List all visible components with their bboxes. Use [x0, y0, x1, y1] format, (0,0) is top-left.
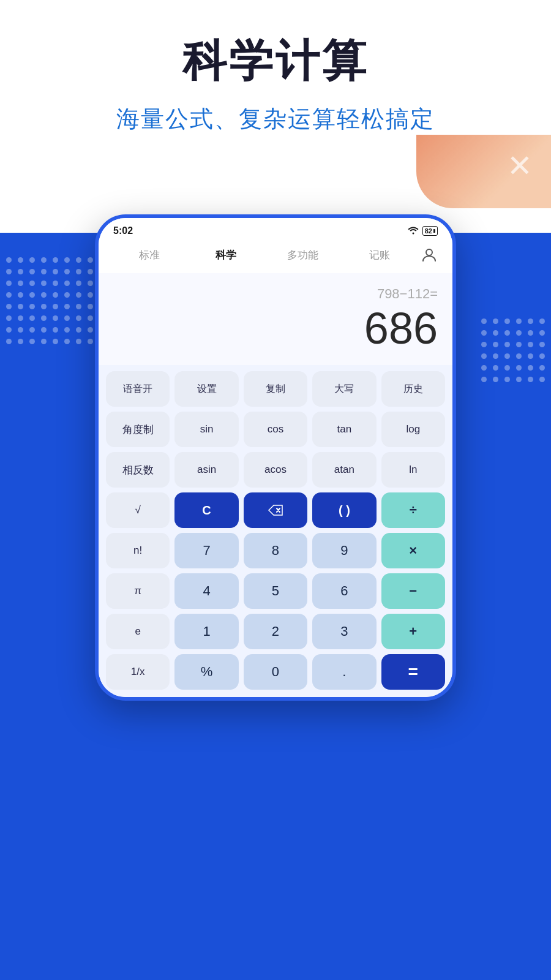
btn-log[interactable]: log [381, 412, 445, 447]
btn-acos[interactable]: acos [244, 452, 307, 488]
btn-ln[interactable]: ln [381, 452, 445, 488]
page-title: 科学计算 [0, 37, 551, 85]
btn-add[interactable]: + [381, 614, 445, 649]
svg-point-0 [426, 249, 432, 255]
btn-reciprocal[interactable]: 1/x [106, 654, 170, 690]
btn-multiply[interactable]: × [381, 533, 445, 568]
profile-button[interactable] [418, 244, 440, 266]
btn-copy[interactable]: 复制 [244, 371, 307, 407]
battery-indicator: 82 [422, 226, 438, 236]
button-grid: 语音开 设置 复制 大写 历史 角度制 sin cos tan log 相反数 … [99, 365, 452, 697]
btn-divide[interactable]: ÷ [381, 492, 445, 528]
tab-standard[interactable]: 标准 [111, 244, 188, 266]
status-time: 5:02 [113, 225, 133, 236]
result-display: 686 [364, 304, 438, 353]
btn-clear[interactable]: C [174, 492, 238, 528]
btn-2[interactable]: 2 [244, 614, 307, 649]
btn-6[interactable]: 6 [312, 573, 376, 609]
btn-settings[interactable]: 设置 [174, 371, 238, 407]
btn-9[interactable]: 9 [312, 533, 376, 568]
btn-atan[interactable]: atan [312, 452, 376, 488]
dot-decoration-left [6, 257, 93, 350]
nav-tabs: 标准 科学 多功能 记账 [99, 241, 452, 273]
status-bar: 5:02 82 [99, 218, 452, 241]
btn-history[interactable]: 历史 [381, 371, 445, 407]
expression-display: 798−112= [377, 286, 438, 302]
btn-voice[interactable]: 语音开 [106, 371, 170, 407]
tab-accounting[interactable]: 记账 [342, 244, 419, 266]
btn-euler[interactable]: e [106, 614, 170, 649]
btn-factorial[interactable]: n! [106, 533, 170, 568]
btn-1[interactable]: 1 [174, 614, 238, 649]
tab-science[interactable]: 科学 [188, 244, 265, 266]
btn-sin[interactable]: sin [174, 412, 238, 447]
btn-cos[interactable]: cos [244, 412, 307, 447]
phone-mockup: 5:02 82 [95, 214, 456, 701]
btn-backspace[interactable] [244, 492, 307, 528]
btn-subtract[interactable]: − [381, 573, 445, 609]
btn-sqrt[interactable]: √ [106, 492, 170, 528]
btn-3[interactable]: 3 [312, 614, 376, 649]
btn-equals[interactable]: = [381, 654, 445, 690]
display-area: 798−112= 686 [99, 273, 452, 365]
btn-percent[interactable]: % [174, 654, 238, 690]
btn-caps[interactable]: 大写 [312, 371, 376, 407]
btn-pi[interactable]: π [106, 573, 170, 609]
wifi-icon [408, 226, 419, 236]
status-icons: 82 [408, 226, 438, 236]
btn-0[interactable]: 0 [244, 654, 307, 690]
btn-5[interactable]: 5 [244, 573, 307, 609]
btn-negate[interactable]: 相反数 [106, 452, 170, 488]
tab-multifunction[interactable]: 多功能 [264, 244, 342, 266]
btn-tan[interactable]: tan [312, 412, 376, 447]
page-subtitle: 海量公式、复杂运算轻松搞定 [0, 104, 551, 135]
btn-parens[interactable]: ( ) [312, 492, 376, 528]
dot-decoration-right [481, 318, 545, 388]
btn-dot[interactable]: . [312, 654, 376, 690]
btn-8[interactable]: 8 [244, 533, 307, 568]
btn-degree[interactable]: 角度制 [106, 412, 170, 447]
btn-asin[interactable]: asin [174, 452, 238, 488]
btn-7[interactable]: 7 [174, 533, 238, 568]
btn-4[interactable]: 4 [174, 573, 238, 609]
